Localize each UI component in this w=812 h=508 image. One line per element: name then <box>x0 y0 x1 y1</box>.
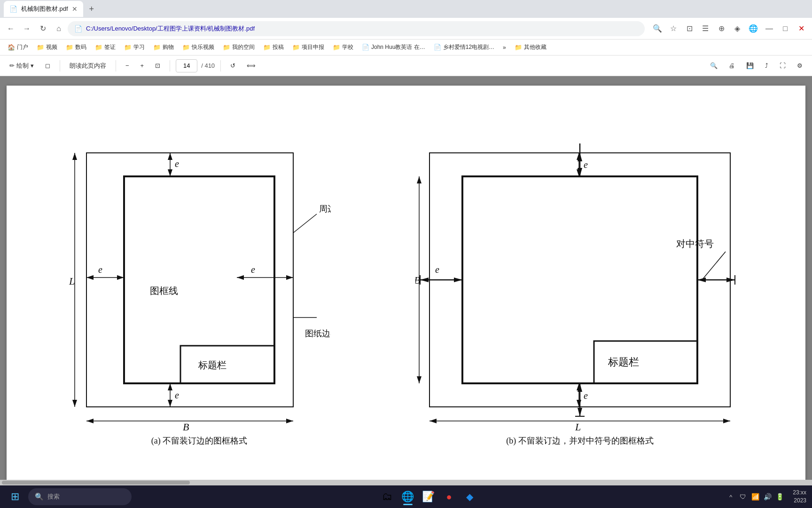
draw-label: 绘制 <box>16 62 29 70</box>
url-bar[interactable]: 📄 C:/Users/Lenovo/Desktop/工程图学上课资料/机械制图教… <box>68 21 645 36</box>
bookmark-more[interactable]: » <box>499 42 510 53</box>
pdf-expand-button[interactable]: ⛶ <box>776 60 789 71</box>
toolbar-separator-3 <box>170 60 170 71</box>
close-button[interactable]: ✕ <box>794 22 808 36</box>
refresh-button[interactable]: ↻ <box>36 22 50 36</box>
taskbar-notepad[interactable]: 📝 <box>419 487 438 506</box>
bookmark-school[interactable]: 📁 学校 <box>329 41 357 53</box>
bookmark-happy-video[interactable]: 📁 快乐视频 <box>179 41 218 53</box>
pdf-settings-button[interactable]: ⚙ <box>793 60 806 71</box>
svg-text:L: L <box>575 421 581 430</box>
bookmark-digital[interactable]: 📁 数码 <box>62 41 90 53</box>
svg-rect-34 <box>462 176 697 383</box>
collection-icon[interactable]: ⊕ <box>714 22 728 36</box>
bookmark-shopping[interactable]: 📁 购物 <box>149 41 178 53</box>
bookmark-john[interactable]: 📄 John Huu教英语 在… <box>358 41 429 53</box>
svg-marker-9 <box>117 275 124 280</box>
zoom-icon[interactable]: 🔍 <box>650 22 664 36</box>
favorites-icon[interactable]: ☰ <box>698 22 712 36</box>
bookmark-study[interactable]: 📁 学习 <box>120 41 148 53</box>
john-doc-icon: 📄 <box>362 44 369 51</box>
tray-battery-icon[interactable]: 🔋 <box>774 491 785 502</box>
red-app-icon: ● <box>446 492 452 502</box>
pdf-settings-icon: ⚙ <box>797 62 803 69</box>
home-button[interactable]: ⌂ <box>52 22 66 36</box>
bookmark-upload[interactable]: 📁 投稿 <box>259 41 288 53</box>
svg-text:e: e <box>584 390 588 401</box>
bookmark-school-label: 学校 <box>342 43 353 51</box>
split-view-icon[interactable]: ⊡ <box>682 22 696 36</box>
bookmark-visa[interactable]: 📁 签证 <box>91 41 119 53</box>
shopping-folder-icon: 📁 <box>153 44 161 51</box>
browser-frame: 📄 机械制图教材.pdf ✕ + ← → ↻ ⌂ 📄 C:/Users/Leno… <box>0 0 812 508</box>
pdf-save-icon: 💾 <box>746 62 754 69</box>
edge-account-icon[interactable]: 🌐 <box>746 22 760 36</box>
fit-icon: ⊡ <box>155 62 160 69</box>
pdf-zoom-in-button[interactable]: + <box>137 60 148 71</box>
happy-video-folder-icon: 📁 <box>182 44 190 51</box>
svg-marker-4 <box>168 153 172 160</box>
address-bar: ← → ↻ ⌂ 📄 C:/Users/Lenovo/Desktop/工程图学上课… <box>0 18 812 40</box>
pdf-page-input[interactable] <box>176 59 197 72</box>
maximize-button[interactable]: □ <box>778 22 792 36</box>
minimize-button[interactable]: — <box>762 22 776 36</box>
svg-marker-25 <box>286 419 293 423</box>
tray-caret-icon[interactable]: ^ <box>725 491 736 502</box>
pdf-fit-width-button[interactable]: ⟺ <box>243 60 259 71</box>
pdf-expand-icon: ⛶ <box>780 62 786 69</box>
pdf-rotate-button[interactable]: ↺ <box>226 60 239 71</box>
copilot-icon[interactable]: ◈ <box>730 22 744 36</box>
draw-chevron-icon: ▾ <box>31 62 34 69</box>
scroll-bar[interactable] <box>0 480 812 485</box>
bookmark-village[interactable]: 📄 乡村爱情12电视剧… <box>430 41 498 53</box>
svg-text:图纸边界: 图纸边界 <box>305 329 331 338</box>
taskbar-datetime[interactable]: 23:xx 2023 <box>793 489 806 505</box>
bookmark-project[interactable]: 📁 项目申报 <box>289 41 328 53</box>
svg-text:周边: 周边 <box>319 204 331 214</box>
bookmark-myspace[interactable]: 📁 我的空间 <box>219 41 258 53</box>
pdf-draw-button[interactable]: ✏ 绘制 ▾ <box>6 60 38 72</box>
star-icon[interactable]: ☆ <box>666 22 680 36</box>
tab-close-button[interactable]: ✕ <box>72 5 78 13</box>
svg-rect-0 <box>86 153 293 407</box>
svg-text:L: L <box>69 275 75 287</box>
start-button[interactable]: ⊞ <box>6 487 24 506</box>
pdf-print-button[interactable]: 🖨 <box>725 60 739 71</box>
bookmark-portal[interactable]: 🏠 门户 <box>4 41 32 53</box>
taskbar-app-red[interactable]: ● <box>440 487 459 506</box>
bookmark-myspace-label: 我的空间 <box>232 43 255 51</box>
read-label: 朗读此页内容 <box>70 62 106 70</box>
bookmark-john-label: John Huu教英语 在… <box>371 43 425 51</box>
bookmark-video[interactable]: 📁 视频 <box>33 41 61 53</box>
taskbar-file-explorer[interactable]: 🗂 <box>378 487 397 506</box>
taskbar-search-bar[interactable]: 🔍 搜索 <box>28 488 132 505</box>
pdf-share-button[interactable]: ⤴ <box>761 60 772 71</box>
new-tab-button[interactable]: + <box>85 2 98 16</box>
taskbar-app-blue[interactable]: ◆ <box>461 487 479 506</box>
tray-network-icon[interactable]: 📶 <box>750 491 761 502</box>
tray-volume-icon[interactable]: 🔊 <box>762 491 773 502</box>
tray-shield-icon[interactable]: 🛡 <box>737 491 749 502</box>
pdf-page: e e e e <box>7 86 805 480</box>
active-tab[interactable]: 📄 机械制图教材.pdf ✕ <box>4 1 83 17</box>
pdf-save-button[interactable]: 💾 <box>742 60 757 71</box>
pdf-erase-button[interactable]: ◻ <box>41 60 54 71</box>
back-button[interactable]: ← <box>4 22 18 36</box>
svg-marker-67 <box>417 176 422 183</box>
zoom-in-icon: + <box>141 62 144 69</box>
pdf-search-icon: 🔍 <box>710 62 718 69</box>
pdf-fit-button[interactable]: ⊡ <box>151 60 164 71</box>
pdf-zoom-out-button[interactable]: − <box>122 60 133 71</box>
svg-text:e: e <box>98 264 102 275</box>
bookmark-other[interactable]: 📁 其他收藏 <box>511 41 550 53</box>
svg-marker-24 <box>86 419 94 423</box>
security-icon: 📄 <box>74 25 82 32</box>
scroll-thumb[interactable] <box>2 481 190 484</box>
svg-marker-64 <box>577 400 581 407</box>
forward-button[interactable]: → <box>20 22 34 36</box>
tab-bar: 📄 机械制图教材.pdf ✕ + <box>0 0 812 18</box>
pdf-print-icon: 🖨 <box>729 62 735 69</box>
pdf-search-button[interactable]: 🔍 <box>706 60 721 71</box>
pdf-read-button[interactable]: 朗读此页内容 <box>66 60 110 72</box>
taskbar-edge-browser[interactable]: 🌐 <box>398 487 417 506</box>
